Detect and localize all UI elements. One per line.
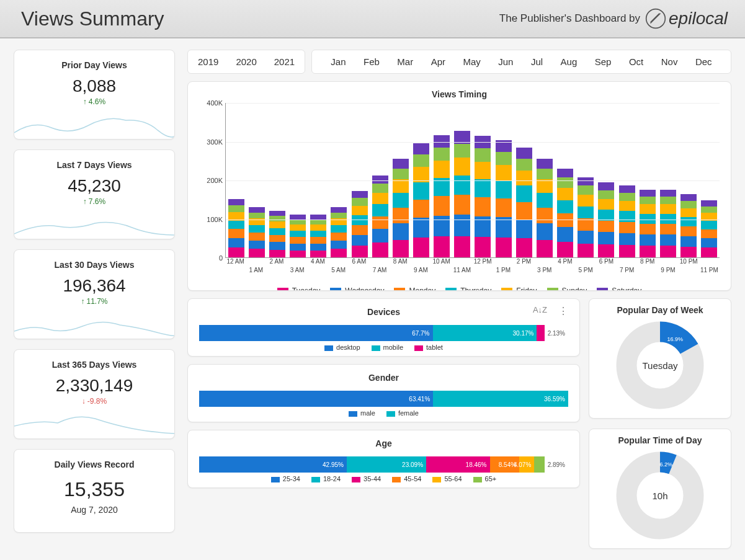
page-title: Views Summary bbox=[21, 7, 164, 30]
timing-bar bbox=[352, 191, 368, 257]
timing-segment bbox=[598, 221, 614, 233]
popular-time-card: Popular Time of Day 10h 6.2% bbox=[589, 429, 731, 549]
legend-item[interactable]: 18-24 bbox=[311, 475, 341, 482]
stat-last-7: Last 7 Days Views 45,230 ↑7.6% bbox=[14, 149, 175, 239]
legend-item[interactable]: 35-44 bbox=[352, 475, 381, 482]
timing-segment bbox=[372, 216, 388, 229]
month-option[interactable]: Oct bbox=[629, 56, 643, 67]
legend-item[interactable]: 45-54 bbox=[392, 475, 421, 482]
legend-item[interactable]: 55-64 bbox=[432, 475, 462, 482]
timing-segment bbox=[352, 215, 368, 225]
timing-segment bbox=[310, 220, 326, 224]
timing-segment bbox=[701, 247, 717, 257]
timing-segment bbox=[310, 231, 326, 237]
timing-segment bbox=[372, 242, 388, 257]
timing-segment bbox=[434, 161, 450, 178]
stat-title: Last 30 Days Views bbox=[55, 260, 135, 270]
timing-bar bbox=[619, 185, 635, 257]
timing-segment bbox=[269, 250, 285, 258]
legend-item[interactable]: male bbox=[349, 409, 375, 417]
timing-segment bbox=[393, 159, 409, 169]
timing-segment bbox=[660, 190, 676, 197]
timing-segment bbox=[680, 201, 697, 208]
timing-bar bbox=[680, 194, 697, 257]
timing-segment bbox=[269, 216, 285, 221]
timing-segment bbox=[660, 224, 676, 234]
month-option[interactable]: Aug bbox=[561, 56, 578, 67]
year-option[interactable]: 2021 bbox=[274, 56, 295, 67]
timing-bar bbox=[578, 177, 594, 257]
timing-segment bbox=[701, 238, 717, 247]
timing-segment bbox=[228, 247, 244, 257]
timing-segment bbox=[331, 249, 347, 257]
timing-bar bbox=[496, 140, 512, 257]
timing-segment bbox=[434, 196, 450, 215]
timing-segment bbox=[310, 237, 326, 244]
timing-bar bbox=[598, 182, 614, 257]
year-option[interactable]: 2019 bbox=[198, 56, 218, 67]
timing-segment bbox=[290, 244, 306, 251]
legend-item[interactable]: 25-34 bbox=[271, 475, 300, 482]
chart-title: Gender bbox=[368, 373, 399, 383]
timing-segment bbox=[516, 159, 532, 171]
timing-segment bbox=[249, 241, 265, 249]
timing-segment bbox=[413, 182, 429, 200]
sort-icon[interactable]: A↓Z bbox=[533, 305, 547, 317]
timing-segment bbox=[680, 226, 697, 236]
legend-item[interactable]: Friday bbox=[501, 287, 537, 291]
timing-segment bbox=[537, 240, 553, 257]
legend-item[interactable]: Thursday bbox=[445, 287, 491, 291]
hbar-segment: 42.95% bbox=[199, 456, 347, 473]
legend-item[interactable]: Sunday bbox=[547, 287, 587, 291]
timing-segment bbox=[290, 237, 306, 244]
timing-segment bbox=[619, 222, 635, 233]
stat-record: Daily Views Record 15,355 Aug 7, 2020 bbox=[14, 449, 175, 533]
month-option[interactable]: Dec bbox=[695, 56, 712, 67]
timing-segment bbox=[228, 229, 244, 238]
devices-card: Devices A↓Z ⋮ 67.7%30.17%2.13% desktopmo… bbox=[187, 298, 580, 357]
legend-item[interactable]: desktop bbox=[324, 344, 360, 351]
timing-segment bbox=[290, 251, 306, 257]
month-option[interactable]: Jan bbox=[331, 56, 346, 67]
year-option[interactable]: 2020 bbox=[236, 56, 256, 67]
timing-segment bbox=[290, 224, 306, 231]
timing-bar bbox=[557, 169, 573, 257]
stat-title: Daily Views Record bbox=[55, 460, 135, 469]
legend-item[interactable]: mobile bbox=[372, 344, 403, 351]
legend-item[interactable]: tablet bbox=[414, 344, 443, 351]
legend-item[interactable]: female bbox=[386, 409, 419, 417]
timing-segment bbox=[413, 238, 429, 258]
stat-value: 2,330,149 bbox=[56, 376, 133, 396]
month-option[interactable]: Apr bbox=[431, 56, 445, 67]
timing-bar bbox=[372, 176, 388, 257]
legend-item[interactable]: Tuesday bbox=[277, 287, 321, 291]
month-option[interactable]: Mar bbox=[397, 56, 413, 67]
timing-bar bbox=[228, 199, 244, 257]
timing-segment bbox=[475, 148, 491, 162]
timing-bar bbox=[537, 159, 553, 257]
timing-segment bbox=[331, 207, 347, 213]
brand-subtitle: The Publisher's Dashboard by bbox=[499, 12, 640, 25]
chart-title: Age bbox=[375, 438, 391, 448]
month-option[interactable]: Jul bbox=[531, 56, 543, 67]
timing-segment bbox=[372, 229, 388, 242]
month-option[interactable]: Sep bbox=[595, 56, 612, 67]
legend-item[interactable]: 65+ bbox=[473, 475, 497, 482]
legend-item[interactable]: Saturday bbox=[597, 287, 641, 291]
more-icon[interactable]: ⋮ bbox=[558, 305, 568, 317]
legend-item[interactable]: Wednesday bbox=[330, 287, 384, 291]
year-filter: 201920202021 bbox=[187, 50, 305, 74]
timing-segment bbox=[413, 218, 429, 237]
month-option[interactable]: Jun bbox=[498, 56, 513, 67]
month-option[interactable]: May bbox=[463, 56, 480, 67]
timing-segment bbox=[557, 177, 573, 187]
timing-segment bbox=[598, 182, 614, 190]
month-option[interactable]: Nov bbox=[661, 56, 678, 67]
timing-segment bbox=[454, 176, 470, 195]
month-option[interactable]: Feb bbox=[364, 56, 380, 67]
timing-legend: TuesdayWednesdayMondayThursdayFridaySund… bbox=[199, 287, 720, 291]
timing-segment bbox=[660, 246, 676, 257]
timing-bar bbox=[454, 131, 470, 257]
legend-item[interactable]: Monday bbox=[394, 287, 435, 291]
timing-segment bbox=[578, 244, 594, 257]
